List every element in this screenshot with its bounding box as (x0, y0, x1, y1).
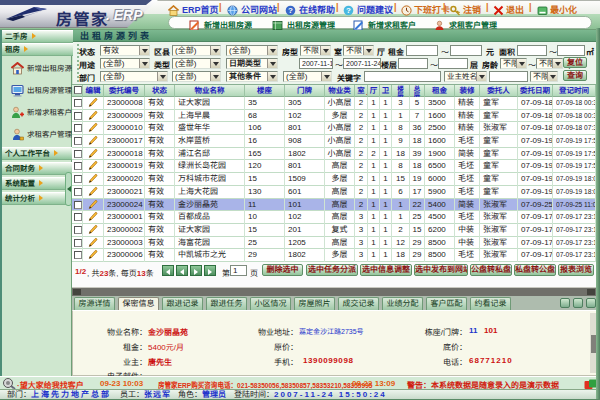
svg-text:?: ? (288, 6, 293, 15)
svg-text:?: ? (346, 6, 351, 15)
